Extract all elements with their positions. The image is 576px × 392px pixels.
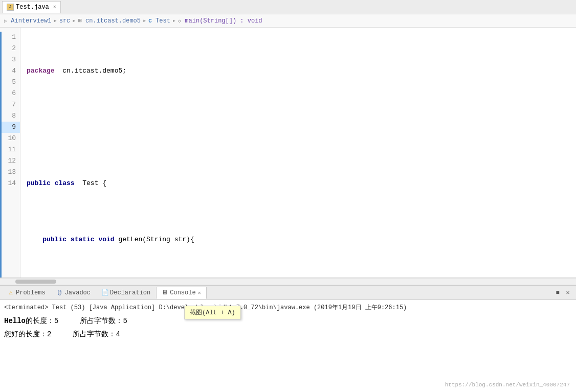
tab-close-button[interactable]: × <box>53 5 56 10</box>
console-output-line2: 您好的长度：2 所占字节数：4 <box>4 328 572 341</box>
breadcrumb: ▷ Ainterview1 ▸ src ▸ ⊞ cn.itcast.demo5 … <box>0 14 576 28</box>
editor-area[interactable]: 1 2 3 4 5 6 7 8 9 10 11 12 13 14 package… <box>0 28 576 278</box>
tab-console[interactable]: 🖥 Console ✕ <box>156 287 206 299</box>
line-num-10: 10 <box>0 133 20 144</box>
line-num-14: 14 <box>0 178 20 189</box>
tab-console-label: Console <box>170 289 195 296</box>
line-numbers: 1 2 3 4 5 6 7 8 9 10 11 12 13 14 <box>0 28 20 278</box>
line-num-8: 8 <box>0 110 20 122</box>
bottom-panel: ⚠ Problems @ Javadoc 📄 Declaration 🖥 Con… <box>0 285 576 392</box>
breadcrumb-package[interactable]: ⊞ cn.itcast.demo5 <box>78 17 141 25</box>
code-editor[interactable]: package cn.itcast.demo5; public class Te… <box>20 28 576 278</box>
tab-problems-label: Problems <box>16 289 46 296</box>
console-status-line: <terminated> Test (53) [Java Application… <box>4 302 572 313</box>
javadoc-icon: @ <box>57 290 63 296</box>
tooltip: 截图(Alt + A) <box>184 306 241 319</box>
breadcrumb-method[interactable]: ◇ main(String[]) : void <box>178 17 262 25</box>
line-num-6: 6 <box>0 88 20 99</box>
breadcrumb-src[interactable]: src <box>59 17 71 25</box>
close-panel-button[interactable]: ✕ <box>564 289 572 297</box>
console-output-line1: Hello的长度：5 所占字节数：5 <box>4 314 572 328</box>
line-num-13: 13 <box>0 167 20 178</box>
line-accent <box>0 32 2 278</box>
java-file-icon: J <box>7 4 14 11</box>
console-output: <terminated> Test (53) [Java Application… <box>0 300 576 392</box>
line-num-11: 11 <box>0 144 20 155</box>
line-num-9: 9 <box>0 122 20 133</box>
bottom-tabs: ⚠ Problems @ Javadoc 📄 Declaration 🖥 Con… <box>0 286 576 300</box>
editor-scrollbar[interactable] <box>0 278 576 285</box>
tab-bar: J Test.java × <box>0 0 576 14</box>
tab-problems[interactable]: ⚠ Problems <box>2 287 51 299</box>
tab-declaration[interactable]: 📄 Declaration <box>96 287 156 299</box>
panel-actions: ■ ✕ <box>553 289 576 297</box>
line-num-5: 5 <box>0 77 20 88</box>
code-container: 1 2 3 4 5 6 7 8 9 10 11 12 13 14 package… <box>0 28 576 278</box>
tab-test-java[interactable]: J Test.java × <box>2 1 61 13</box>
code-line-3: public class Test { <box>27 178 576 189</box>
line-num-3: 3 <box>0 54 20 65</box>
console-icon: 🖥 <box>162 290 168 296</box>
tab-label: Test.java <box>16 4 49 11</box>
line-num-7: 7 <box>0 99 20 110</box>
code-line-1: package cn.itcast.demo5; <box>27 65 576 77</box>
code-line-2 <box>27 122 576 133</box>
line-num-12: 12 <box>0 155 20 167</box>
problems-icon: ⚠ <box>8 290 14 296</box>
scrollbar-thumb[interactable] <box>15 280 56 284</box>
tooltip-text: 截图(Alt + A) <box>190 309 235 316</box>
minimize-panel-button[interactable]: ■ <box>553 289 562 297</box>
breadcrumb-project[interactable]: ▷ Ainterview1 <box>4 17 51 25</box>
line-num-2: 2 <box>0 43 20 54</box>
declaration-icon: 📄 <box>102 290 108 296</box>
line-num-1: 1 <box>0 32 20 43</box>
watermark: https://blog.csdn.net/weixin_40007247 <box>445 382 570 388</box>
breadcrumb-class[interactable]: C Test <box>148 17 170 25</box>
tab-javadoc[interactable]: @ Javadoc <box>51 287 96 299</box>
tab-javadoc-label: Javadoc <box>65 289 91 296</box>
code-line-4: public static void getLen(String str){ <box>27 234 576 245</box>
tab-declaration-label: Declaration <box>110 289 150 296</box>
line-num-4: 4 <box>0 65 20 77</box>
